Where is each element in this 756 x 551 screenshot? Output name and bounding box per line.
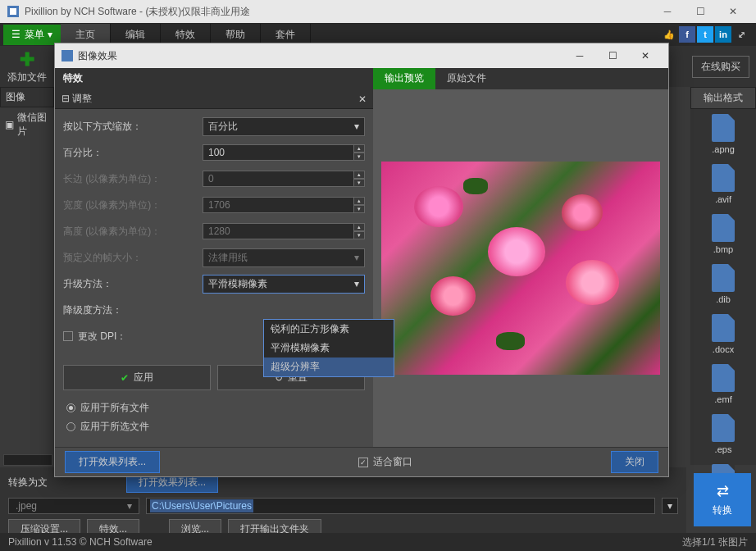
format-select[interactable]: .jpeg ▾ (8, 498, 139, 514)
image-list-item[interactable]: ▣ 微信图片 (0, 107, 54, 142)
image-effects-dialog: 图像效果 ─ ☐ ✕ 特效 输出预览 原始文件 ⊟ 调整 ✕ 按以下方式缩放： … (54, 43, 669, 477)
format-item[interactable]: .apng (690, 109, 756, 159)
file-icon (712, 214, 735, 242)
hamburger-icon: ☰ (11, 29, 20, 40)
width-spinner: 1706 (203, 197, 354, 213)
chevron-down-icon: ▾ (354, 121, 359, 132)
svg-rect-1 (10, 8, 16, 15)
plus-icon: ✚ (20, 49, 34, 71)
file-icon (712, 314, 735, 342)
main-menu-button[interactable]: ☰ 菜单 ▾ (3, 25, 61, 45)
dialog-titlebar: 图像效果 ─ ☐ ✕ (55, 43, 668, 68)
main-titlebar: Pixillion by NCH Software - (未授权)仅限非商业用途… (0, 0, 756, 23)
check-icon: ✔ (121, 372, 129, 384)
chevron-down-icon: ▾ (127, 500, 132, 512)
chevron-down-icon: ▾ (48, 29, 52, 40)
percent-label: 百分比： (63, 146, 203, 160)
app-icon (7, 5, 20, 18)
close-dialog-button[interactable]: 关闭 (611, 451, 658, 473)
dropdown-option[interactable]: 锐利的正方形像素 (264, 320, 394, 339)
upscale-combo[interactable]: 平滑模糊像素▾ (203, 275, 365, 294)
minimize-button[interactable]: ─ (651, 0, 684, 23)
collapse-icon: ⊟ (61, 93, 70, 104)
file-icon (712, 164, 735, 192)
spin-down-icon[interactable]: ▾ (353, 153, 365, 161)
remove-section-icon[interactable]: ✕ (358, 93, 367, 105)
tab-output-preview[interactable]: 输出预览 (373, 68, 435, 89)
dropdown-option[interactable]: 超级分辨率 (264, 357, 394, 376)
preview-panel (373, 89, 668, 447)
dialog-close-button[interactable]: ✕ (629, 44, 662, 67)
effects-settings-panel: ⊟ 调整 ✕ 按以下方式缩放： 百分比▾ 百分比： 100▴▾ 长边 (以像素为… (55, 89, 373, 447)
long-side-label: 长边 (以像素为单位)： (63, 172, 203, 186)
linkedin-icon[interactable]: in (715, 26, 731, 43)
convert-button[interactable]: ⇄ 转换 (694, 473, 751, 526)
dialog-maximize-button[interactable]: ☐ (596, 44, 629, 67)
file-icon (712, 414, 735, 442)
scale-by-label: 按以下方式缩放： (63, 120, 203, 134)
apply-all-radio[interactable]: 应用于所有文件 (66, 401, 362, 415)
left-panel: 图像 ▣ 微信图片 (0, 87, 54, 142)
expand-icon[interactable]: ⤢ (733, 26, 749, 43)
image-icon: ▣ (5, 119, 14, 130)
change-dpi-label: 更改 DPI： (78, 330, 126, 344)
scale-by-combo[interactable]: 百分比▾ (203, 117, 365, 136)
format-item[interactable]: .docx (690, 309, 756, 359)
spin-up-icon[interactable]: ▴ (353, 144, 365, 153)
file-icon (712, 364, 735, 392)
horizontal-scrollbar[interactable] (3, 454, 52, 466)
image-column-header[interactable]: 图像 (0, 87, 54, 107)
percent-spinner[interactable]: 100 (203, 144, 354, 161)
chevron-down-icon[interactable]: ▾ (662, 498, 678, 514)
file-icon (712, 264, 735, 292)
window-title: Pixillion by NCH Software - (未授权)仅限非商业用途 (25, 5, 250, 19)
format-item[interactable]: .emf (690, 359, 756, 409)
tab-original-file[interactable]: 原始文件 (435, 68, 498, 89)
preset-combo: 法律用纸▾ (203, 248, 365, 267)
format-item[interactable]: .avif (690, 159, 756, 209)
convert-to-label: 转换为文 (8, 476, 48, 490)
preview-image (381, 162, 660, 375)
adjust-section-header[interactable]: ⊟ 调整 ✕ (55, 89, 373, 109)
convert-icon: ⇄ (717, 482, 729, 500)
like-icon[interactable]: 👍 (661, 26, 677, 43)
format-item[interactable]: .bmp (690, 209, 756, 259)
height-label: 高度 (以像素为单位)： (63, 225, 203, 239)
output-path-input[interactable]: C:\Users\User\Pictures (146, 498, 655, 514)
chevron-down-icon: ▾ (354, 278, 359, 289)
apply-selected-radio[interactable]: 应用于所选文件 (66, 420, 362, 434)
preset-label: 预定义的帧大小： (63, 251, 203, 265)
svg-rect-2 (61, 50, 73, 61)
upscale-dropdown-list: 锐利的正方形像素 平滑模糊像素 超级分辨率 (263, 319, 394, 377)
downscale-label: 降级度方法： (63, 303, 203, 317)
dropdown-option[interactable]: 平滑模糊像素 (264, 339, 394, 357)
effects-tab-label: 特效 (55, 68, 373, 89)
statusbar: Pixillion v 11.53 © NCH Software 选择1/1 张… (0, 533, 756, 551)
change-dpi-checkbox[interactable] (63, 331, 73, 341)
upscale-label: 升级方法： (63, 277, 203, 291)
dialog-minimize-button[interactable]: ─ (563, 44, 596, 67)
facebook-icon[interactable]: f (679, 26, 695, 43)
long-side-spinner: 0 (203, 171, 354, 187)
width-label: 宽度 (以像素为单位)： (63, 198, 203, 212)
dialog-subheader: 特效 输出预览 原始文件 (55, 68, 668, 89)
dialog-footer: 打开效果列表... ✓适合窗口 关闭 (55, 447, 668, 476)
maximize-button[interactable]: ☐ (684, 0, 717, 23)
height-spinner: 1280 (203, 223, 354, 239)
open-effects-list-button[interactable]: 打开效果列表... (65, 451, 160, 473)
buy-online-button[interactable]: 在线购买 (692, 56, 749, 78)
format-item[interactable]: .dib (690, 259, 756, 309)
format-panel: 输出格式 .apng.avif.bmp.dib.docx.emf.eps.gif (690, 87, 756, 465)
format-header: 输出格式 (690, 87, 756, 109)
close-button[interactable]: ✕ (717, 0, 749, 23)
file-icon (712, 114, 735, 142)
fit-window-checkbox[interactable]: ✓适合窗口 (358, 455, 412, 469)
format-item[interactable]: .eps (690, 409, 756, 459)
dialog-title: 图像效果 (78, 49, 117, 63)
twitter-icon[interactable]: t (697, 26, 713, 43)
version-label: Pixillion v 11.53 © NCH Software (8, 536, 153, 548)
apply-button[interactable]: ✔应用 (63, 365, 211, 390)
dialog-icon (61, 50, 73, 61)
selection-label: 选择1/1 张图片 (682, 535, 748, 549)
add-file-button[interactable]: ✚ 添加文件 (7, 49, 48, 84)
